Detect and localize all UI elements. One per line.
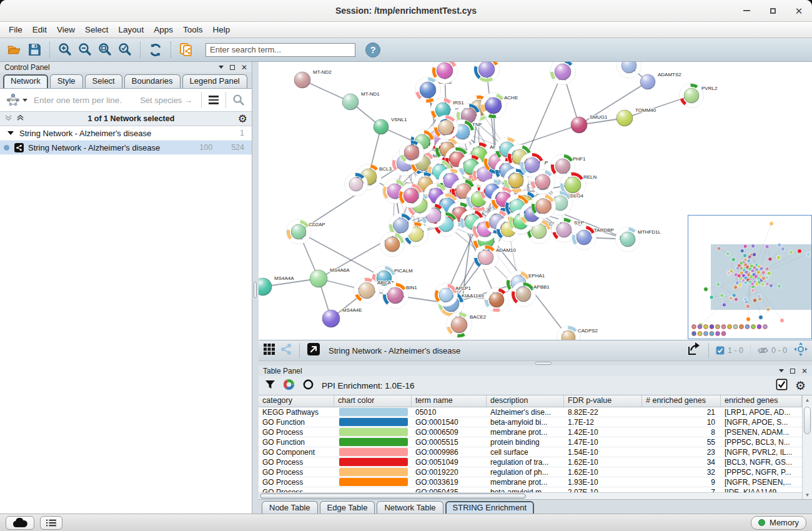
- enrichment-settings-gear-icon[interactable]: ⚙: [795, 380, 806, 392]
- network-node[interactable]: [345, 173, 368, 196]
- panel-menu-icon[interactable]: [219, 66, 224, 69]
- collapse-all-icon[interactable]: [4, 113, 12, 124]
- cloud-icon[interactable]: [6, 516, 34, 530]
- scroll-down-icon[interactable]: ▼: [803, 490, 812, 499]
- network-node[interactable]: MS4A4A: [259, 275, 294, 295]
- expand-all-icon[interactable]: [16, 113, 24, 124]
- column-header[interactable]: term name: [412, 395, 487, 407]
- grid-mode-icon[interactable]: [263, 343, 275, 358]
- network-node[interactable]: [532, 194, 556, 219]
- table-row[interactable]: GO ProcessGO:0051049regulation of tra...…: [259, 457, 802, 467]
- birds-eye-view[interactable]: [688, 215, 812, 339]
- open-folder-icon[interactable]: [5, 41, 24, 59]
- memory-button[interactable]: Memory: [751, 516, 806, 530]
- float-panel-icon[interactable]: [230, 65, 235, 70]
- network-node[interactable]: [400, 141, 424, 165]
- horizontal-scrollbar-thumb[interactable]: [260, 494, 526, 499]
- network-node[interactable]: [399, 184, 423, 208]
- network-node[interactable]: [434, 116, 458, 140]
- column-header[interactable]: description: [487, 395, 564, 407]
- menu-layout[interactable]: Layout: [114, 24, 149, 36]
- column-header[interactable]: # enriched genes: [642, 395, 721, 407]
- tab-legend-panel[interactable]: Legend Panel: [182, 74, 247, 88]
- menu-file[interactable]: File: [4, 24, 27, 36]
- table-splitter-handle[interactable]: [535, 362, 552, 365]
- table-row[interactable]: GO FunctionGO:0005515protein binding1.47…: [259, 437, 802, 447]
- copy-network-icon[interactable]: [177, 41, 196, 59]
- network-node[interactable]: MTHFD1L: [616, 227, 661, 252]
- table-row[interactable]: GO ProcessGO:0019220regulation of ph...1…: [259, 467, 802, 477]
- save-icon[interactable]: [25, 41, 44, 59]
- pie-chart-icon[interactable]: [283, 379, 295, 393]
- menu-tools[interactable]: Tools: [178, 24, 208, 36]
- network-node[interactable]: TOMM40: [616, 107, 656, 126]
- column-header[interactable]: FDR p-value: [564, 395, 642, 407]
- network-node[interactable]: TARDBP: [572, 226, 614, 250]
- birdseye-toggle-icon[interactable]: [794, 342, 808, 359]
- tab-node-table[interactable]: Node Table: [262, 501, 318, 514]
- export-network-icon[interactable]: [686, 342, 701, 359]
- table-row[interactable]: GO ComponentGO:0009986cell surface1.54E-…: [259, 447, 802, 457]
- menu-view[interactable]: View: [52, 24, 80, 36]
- vertical-scrollbar-thumb[interactable]: [804, 407, 811, 434]
- network-canvas[interactable]: MT-ND2MT-ND1VSNL1GAB2ADAMTS2PVRL2TOMM40S…: [259, 62, 812, 340]
- refresh-icon[interactable]: [146, 41, 165, 59]
- tab-network-table[interactable]: Network Table: [377, 501, 443, 514]
- network-node[interactable]: APBB1: [512, 282, 550, 307]
- tab-network[interactable]: Network: [3, 74, 48, 88]
- splitter-handle[interactable]: [254, 282, 257, 298]
- table-panel-menu-icon[interactable]: [779, 369, 784, 372]
- filter-icon[interactable]: [265, 379, 275, 392]
- tab-select[interactable]: Select: [85, 74, 122, 88]
- menu-edit[interactable]: Edit: [27, 24, 52, 36]
- network-node[interactable]: MT-ND1: [342, 91, 380, 110]
- set-species-link[interactable]: Set species →: [140, 96, 192, 105]
- table-splitter[interactable]: [259, 360, 812, 365]
- column-header[interactable]: enriched genes: [721, 395, 802, 407]
- share-view-icon[interactable]: [280, 343, 292, 358]
- menu-select[interactable]: Select: [80, 24, 114, 36]
- network-node[interactable]: CADPS2: [557, 326, 598, 340]
- tab-string-enrichment[interactable]: STRING Enrichment: [445, 501, 534, 514]
- network-node[interactable]: [550, 62, 576, 85]
- select-terms-checkbox-icon[interactable]: [776, 379, 788, 393]
- network-collection-row[interactable]: String Network - Alzheimer's disease 1: [0, 126, 252, 141]
- zoom-selected-icon[interactable]: [116, 41, 134, 59]
- maximize-button[interactable]: [768, 6, 777, 15]
- panel-splitter[interactable]: [252, 62, 259, 514]
- table-row[interactable]: GO ProcessGO:0033619membrane prot...1.93…: [259, 477, 802, 487]
- task-list-icon[interactable]: [40, 516, 62, 530]
- network-node[interactable]: VSNL1: [374, 117, 407, 134]
- network-node[interactable]: ADAMTS2: [640, 72, 681, 89]
- tab-style[interactable]: Style: [50, 74, 83, 88]
- ring-chart-icon[interactable]: [302, 379, 314, 393]
- minimize-button[interactable]: [742, 6, 751, 15]
- zoom-in-icon[interactable]: [56, 41, 74, 59]
- close-panel-icon[interactable]: ✕: [241, 63, 247, 72]
- string-query-input[interactable]: [30, 96, 140, 105]
- help-icon[interactable]: ?: [365, 42, 380, 57]
- network-node[interactable]: PVRL2: [680, 84, 718, 108]
- horizontal-scrollbar[interactable]: [259, 492, 802, 499]
- tab-boundaries[interactable]: Boundaries: [124, 74, 181, 88]
- network-node[interactable]: ACHE: [481, 93, 518, 119]
- string-options-icon[interactable]: [204, 96, 223, 104]
- network-node[interactable]: [474, 62, 500, 82]
- detach-view-icon[interactable]: [307, 342, 320, 359]
- string-logo-icon[interactable]: STRING: [3, 92, 30, 107]
- table-panel-float-icon[interactable]: [790, 369, 795, 374]
- network-row[interactable]: String Network - Alzheimer's disease 100…: [0, 141, 252, 155]
- network-node[interactable]: [485, 288, 509, 312]
- table-row[interactable]: KEGG Pathways05010Alzheimer's dise...8.8…: [259, 407, 802, 417]
- vertical-scrollbar[interactable]: ▲ ▼: [802, 395, 812, 499]
- table-row[interactable]: GO ProcessGO:0006509membrane prot...1.42…: [259, 427, 802, 437]
- table-row[interactable]: GO FunctionGO:0001540beta-amyloid bi...1…: [259, 417, 802, 427]
- tab-edge-table[interactable]: Edge Table: [320, 501, 375, 514]
- network-node[interactable]: CD2AP: [287, 220, 325, 244]
- string-search-icon[interactable]: [229, 91, 249, 109]
- network-node[interactable]: BIN1: [383, 283, 418, 309]
- menu-help[interactable]: Help: [207, 24, 235, 36]
- scroll-up-icon[interactable]: ▲: [803, 395, 812, 404]
- close-button[interactable]: ✕: [795, 6, 803, 15]
- network-options-gear-icon[interactable]: ⚙: [238, 114, 247, 124]
